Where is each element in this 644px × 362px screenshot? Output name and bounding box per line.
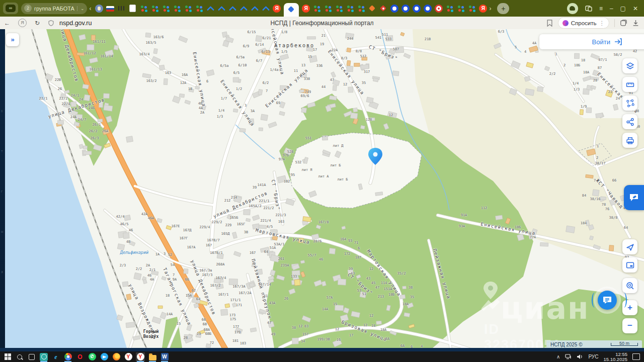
minimap-button[interactable] (622, 257, 637, 273)
tab-favicon-dots[interactable] (468, 5, 476, 13)
tab-favicon-dots[interactable] (195, 5, 203, 13)
taskbar-opera[interactable]: O (75, 352, 85, 361)
taskbar-clockapp[interactable] (39, 352, 48, 361)
language-indicator[interactable]: РУС (588, 354, 598, 359)
area-select-button[interactable] (622, 96, 637, 111)
taskbar-explorer[interactable] (148, 352, 157, 361)
tab-favicon-dots[interactable] (335, 5, 343, 13)
feedback-tab-button[interactable] (624, 185, 644, 210)
scale-label: 50 m (611, 343, 638, 346)
taskbar-ie[interactable]: e (51, 352, 60, 361)
tab-favicon-audio[interactable] (118, 6, 124, 11)
tab-favicon-peak[interactable] (217, 5, 225, 13)
sidebar-glyph: Н (1, 230, 3, 233)
tab-overflow-icon[interactable]: › (489, 5, 491, 12)
tab-favicon-peak[interactable] (206, 5, 214, 13)
login-bar[interactable]: Войти (539, 34, 644, 49)
tab-favicon-peak[interactable] (262, 5, 270, 13)
notification-center-icon[interactable] (632, 353, 640, 360)
tab-favicon-ya[interactable]: Я (273, 5, 281, 13)
menu-icon[interactable]: ≡ (599, 5, 603, 12)
kebab-icon[interactable]: ⋮ (599, 20, 605, 27)
tabs-panel-icon[interactable] (620, 20, 627, 27)
tab-favicon-diamond[interactable] (368, 5, 376, 13)
chat-button[interactable] (598, 291, 617, 310)
tab-favicon-gerb[interactable] (95, 5, 103, 13)
browser-profile-button[interactable]: ∞ (3, 3, 18, 14)
active-tab[interactable] (284, 3, 299, 17)
explorer-icon (149, 355, 156, 360)
taskbar-start[interactable] (3, 352, 12, 361)
back-button[interactable]: ← (4, 20, 10, 27)
tab-favicon-dots[interactable] (446, 5, 454, 13)
login-label[interactable]: Войти (592, 38, 610, 46)
tab-favicon-dots[interactable] (457, 5, 465, 13)
tab-favicon-dots[interactable] (140, 5, 148, 13)
tab-favicon-dots[interactable] (151, 5, 159, 13)
dino-icon[interactable] (567, 3, 578, 14)
taskbar-telegram[interactable] (100, 352, 109, 361)
tab-favicon-doc[interactable] (129, 5, 136, 12)
taskbar-taskview[interactable] (27, 352, 36, 361)
zoom-out-button[interactable]: − (622, 318, 637, 333)
taskbar-word[interactable]: W (160, 352, 169, 361)
tab-favicon-peak[interactable] (228, 5, 236, 13)
tab-favicon-dots[interactable] (357, 5, 365, 13)
ya-home-icon[interactable]: Я (18, 19, 27, 27)
taskbar-firefox[interactable] (112, 352, 121, 361)
tab-favicon-ya[interactable]: Я (479, 5, 487, 13)
ruler-button[interactable] (622, 77, 637, 92)
tab-favicon-dots[interactable] (346, 5, 354, 13)
taskbar-yandex[interactable]: Y (136, 352, 145, 361)
tray-chevron-icon[interactable]: ∧ (556, 354, 560, 359)
layers-button[interactable] (622, 58, 637, 73)
bookmark-icon[interactable] (546, 20, 553, 27)
tab-favicon-dots[interactable] (184, 5, 192, 13)
speaker-icon[interactable] (577, 354, 583, 359)
locate-button[interactable] (622, 239, 637, 254)
tab-favicon-target[interactable] (379, 5, 387, 13)
download-icon[interactable] (632, 20, 639, 27)
site-shield-icon[interactable] (48, 20, 54, 27)
tab-favicon-flag[interactable] (106, 6, 114, 12)
map-canvas[interactable]: улица Декабристовулица Декабристовулица … (0, 29, 644, 348)
map-graphics (0, 29, 644, 348)
tab-favicon-ya[interactable]: Я (302, 5, 310, 13)
tab-favicon-dots[interactable] (173, 5, 181, 13)
clock[interactable]: 12:55 15.10.2025 (603, 352, 627, 362)
taskbar-search[interactable] (15, 352, 24, 361)
minimize-button[interactable]: – (610, 5, 613, 12)
taskbar-yandex[interactable]: Y (124, 352, 133, 361)
tab-favicon-dots[interactable] (324, 5, 332, 13)
tab-favicon-dots[interactable] (313, 5, 321, 13)
tab-favicon-reddot[interactable] (435, 5, 443, 13)
panels-icon[interactable] (585, 6, 592, 12)
print-button[interactable] (622, 133, 637, 148)
network-icon[interactable] (565, 354, 572, 359)
tab-favicon-ring[interactable] (390, 5, 398, 13)
yandex-browser-icon: Y (137, 353, 144, 360)
taskbar-chrome[interactable] (63, 352, 72, 361)
tab-favicon-dots[interactable] (162, 5, 170, 13)
maximize-button[interactable]: ▢ (620, 5, 626, 12)
tab-scroll-left-icon[interactable]: ‹ (89, 5, 91, 12)
tab-favicon-peak[interactable] (251, 5, 259, 13)
chevron-down-icon[interactable]: ⌄ (77, 6, 85, 11)
tab-favicon-ring[interactable] (413, 5, 421, 13)
search-by-number-button[interactable] (622, 278, 637, 293)
taskbar-whatsapp[interactable]: ✆ (88, 352, 97, 361)
tab-favicon-ring[interactable] (424, 5, 432, 13)
ask-button[interactable]: Спросить ⋮ (558, 17, 609, 29)
sidebar-expand-button[interactable]: » (6, 33, 19, 46)
tab-group[interactable]: 2 группа РАБОТА ⌄ (21, 3, 87, 14)
reload-button[interactable]: ↻ (35, 20, 40, 27)
collapsed-sidebar[interactable]: ≡ТГНЗ (0, 29, 5, 348)
tab-favicon-ring[interactable] (401, 5, 410, 13)
close-button[interactable]: ✕ (633, 5, 638, 12)
clock-time: 12:55 (603, 352, 627, 357)
new-tab-button[interactable]: + (497, 3, 509, 14)
share-button[interactable] (622, 114, 637, 129)
url-field[interactable]: nspd.gov.ru (59, 20, 92, 27)
tab-favicon-peak[interactable] (239, 5, 248, 13)
portal-footer-strip (0, 348, 644, 351)
